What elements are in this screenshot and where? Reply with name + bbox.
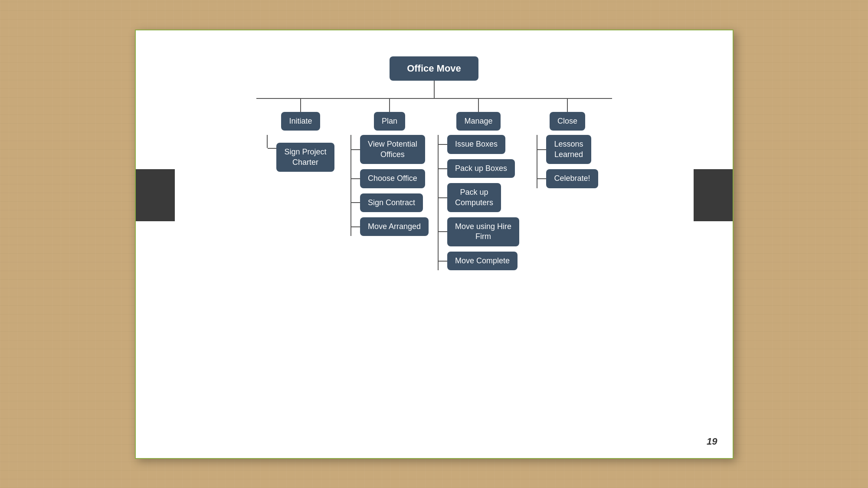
plan-children-list: View PotentialOffices Choose Office Sign… — [351, 135, 429, 236]
h-connector — [537, 149, 546, 150]
close-children-list: LessonsLearned Celebrate! — [537, 135, 598, 188]
child-view-potential-offices: View PotentialOffices — [360, 135, 425, 164]
branches-row: Initiate Sign ProjectCharter — [256, 99, 612, 270]
child-row: Issue Boxes — [439, 135, 519, 154]
branch-close: Close LessonsLearned Celebrate! — [523, 99, 612, 188]
h-connector — [351, 178, 360, 179]
slide: Office Move Initiate — [135, 29, 734, 459]
h-connector — [439, 231, 447, 232]
h-bar-container: Initiate Sign ProjectCharter — [256, 98, 612, 270]
h-connector — [351, 149, 360, 150]
root-connector — [434, 81, 435, 98]
branch-connector-manage — [478, 99, 479, 112]
h-connector — [439, 144, 447, 145]
branch-node-close: Close — [550, 112, 585, 131]
slide-inner: Office Move Initiate — [136, 30, 733, 458]
child-row: View PotentialOffices — [351, 135, 429, 164]
children-close: LessonsLearned Celebrate! — [537, 135, 598, 188]
h-connector — [351, 226, 360, 227]
children-manage: Issue Boxes Pack up Boxes Pack upCompute… — [438, 135, 519, 270]
branch-manage: Manage Issue Boxes Pack up Boxes — [434, 99, 523, 270]
branch-node-manage: Manage — [456, 112, 500, 131]
child-row: Pack up Boxes — [439, 159, 519, 178]
branch-node-initiate: Initiate — [281, 112, 320, 131]
page-number: 19 — [707, 436, 717, 447]
child-row: Move Complete — [439, 252, 519, 270]
child-pack-up-computers: Pack upComputers — [447, 183, 501, 212]
child-row: Pack upComputers — [439, 183, 519, 212]
child-sign-contract: Sign Contract — [360, 193, 423, 212]
child-row: Sign Contract — [351, 193, 429, 212]
branch-connector-plan — [389, 99, 390, 112]
child-move-using-hire-firm: Move using HireFirm — [447, 217, 519, 246]
child-row: Move Arranged — [351, 217, 429, 236]
child-row: LessonsLearned — [537, 135, 598, 164]
child-move-arranged: Move Arranged — [360, 217, 429, 236]
child-pack-up-boxes: Pack up Boxes — [447, 159, 515, 178]
child-issue-boxes: Issue Boxes — [447, 135, 505, 154]
manage-children-list: Issue Boxes Pack up Boxes Pack upCompute… — [439, 135, 519, 270]
children-plan: View PotentialOffices Choose Office Sign… — [350, 135, 429, 236]
child-choose-office: Choose Office — [360, 169, 425, 188]
branch-node-plan: Plan — [374, 112, 405, 131]
root-node: Office Move — [390, 56, 478, 81]
root-row: Office Move — [390, 56, 478, 81]
h-connector — [537, 178, 546, 179]
branch-plan: Plan View PotentialOffices Choos — [345, 99, 434, 236]
h-connector — [439, 168, 447, 169]
child-row: Celebrate! — [537, 169, 598, 188]
h-connector — [439, 261, 447, 262]
child-row: Choose Office — [351, 169, 429, 188]
branch-initiate: Initiate Sign ProjectCharter — [256, 99, 345, 172]
child-move-complete: Move Complete — [447, 252, 518, 270]
branch-connector-initiate — [300, 99, 301, 112]
branch-connector-close — [567, 99, 568, 112]
h-connector — [439, 197, 447, 198]
chart-area: Office Move Initiate — [188, 52, 681, 271]
child-row: Move using HireFirm — [439, 217, 519, 246]
h-connector — [351, 202, 360, 203]
single-child-initiate: Sign ProjectCharter — [267, 135, 334, 172]
child-celebrate: Celebrate! — [546, 169, 598, 188]
child-lessons-learned: LessonsLearned — [546, 135, 591, 164]
child-sign-project-charter: Sign ProjectCharter — [276, 143, 334, 172]
